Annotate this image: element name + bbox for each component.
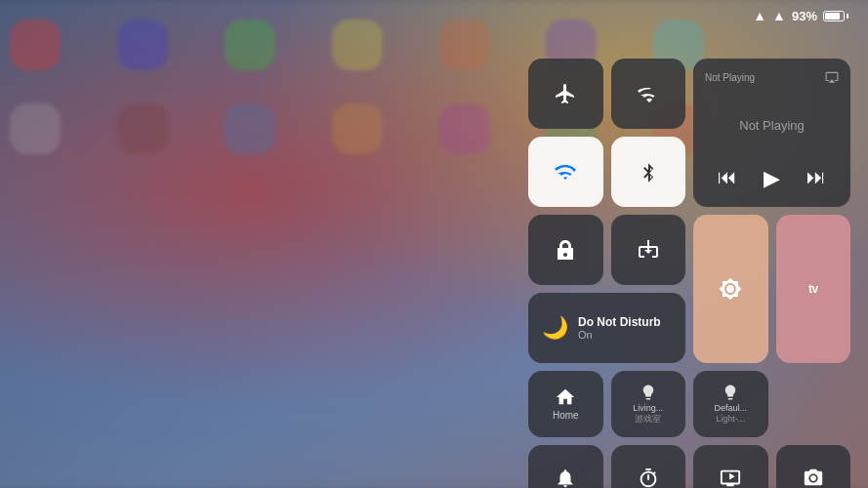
wifi-tile[interactable] xyxy=(528,137,603,207)
airplane-icon xyxy=(554,82,577,105)
living-room-tile[interactable]: Living...游戏室 xyxy=(611,371,686,437)
screen-record-tile[interactable] xyxy=(693,445,768,488)
bluetooth-tile[interactable] xyxy=(611,137,686,207)
screen-record-icon xyxy=(720,468,741,488)
now-playing-tile[interactable]: Not Playing Not Playing ⏮ ▶ ⏭ xyxy=(693,59,850,207)
default-scene-tile[interactable]: Defaul...Light-... xyxy=(693,371,768,437)
lock-rotation-tile[interactable] xyxy=(528,215,603,285)
control-center-panel: Not Playing Not Playing ⏮ ▶ ⏭ tv xyxy=(528,59,850,488)
playback-controls: ⏮ ▶ ⏭ xyxy=(705,166,839,195)
airplane-mode-tile[interactable] xyxy=(528,59,603,129)
cellular-status-icon: ▲ xyxy=(772,8,786,23)
wifi-icon xyxy=(554,160,577,183)
wifi-status-icon: ▲ xyxy=(753,8,766,23)
screen-mirror-icon xyxy=(637,238,660,262)
airplay-icon[interactable] xyxy=(825,70,839,84)
default-light-scene-label: Defaul...Light-... xyxy=(714,403,747,425)
home-app-tile[interactable]: Home xyxy=(528,371,603,437)
screen-mirror-tile[interactable] xyxy=(611,215,686,285)
prev-button[interactable]: ⏮ xyxy=(718,166,737,191)
now-playing-track: Not Playing xyxy=(739,118,804,133)
dnd-text-block: Do Not Disturb On xyxy=(578,315,661,341)
connectivity-block xyxy=(528,59,685,207)
status-bar: ▲ ▲ 93% xyxy=(753,8,848,23)
now-playing-header-row: Not Playing xyxy=(705,70,839,84)
dnd-label: Do Not Disturb xyxy=(578,315,661,329)
default-scene-icon xyxy=(722,384,739,401)
do-not-disturb-tile[interactable]: 🌙 Do Not Disturb On xyxy=(528,293,685,363)
apple-tv-label: tv xyxy=(808,282,818,296)
living-room-scene-icon xyxy=(640,384,657,401)
brightness-tile[interactable] xyxy=(693,215,768,363)
not-playing-text: Not Playing xyxy=(705,72,755,83)
timer-icon xyxy=(638,468,659,488)
home-app-label: Home xyxy=(553,410,579,422)
bluetooth-icon xyxy=(640,160,657,183)
bell-icon xyxy=(555,468,576,488)
camera-tile[interactable] xyxy=(776,445,851,488)
play-button[interactable]: ▶ xyxy=(764,166,780,191)
next-button[interactable]: ⏭ xyxy=(806,166,826,191)
lock-rotation-icon xyxy=(554,238,577,262)
camera-icon xyxy=(803,468,824,488)
bell-tile[interactable] xyxy=(528,445,603,488)
timer-tile[interactable] xyxy=(611,445,686,488)
hotspot-icon xyxy=(637,82,660,105)
dnd-status: On xyxy=(578,329,661,341)
brightness-icon xyxy=(719,277,742,301)
now-playing-empty-state: Not Playing xyxy=(705,84,839,166)
cellular-hotspot-tile[interactable] xyxy=(611,59,686,129)
battery-percentage: 93% xyxy=(792,9,817,23)
home-app-icon xyxy=(555,386,576,408)
battery-icon xyxy=(823,11,848,21)
dnd-moon-icon: 🌙 xyxy=(542,315,568,341)
apple-tv-tile[interactable]: tv xyxy=(776,215,851,363)
living-room-label: Living...游戏室 xyxy=(633,403,663,425)
